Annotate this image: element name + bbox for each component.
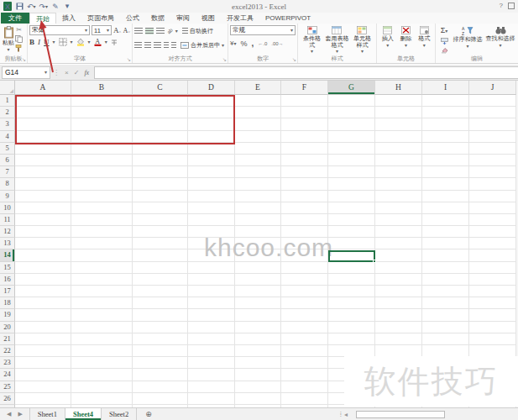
- row-header-15[interactable]: 15: [0, 262, 15, 274]
- insert-function-button[interactable]: fx: [81, 69, 92, 76]
- fill-color-dropdown[interactable]: ▾: [88, 39, 91, 45]
- select-all-corner[interactable]: ◢: [0, 81, 15, 95]
- phonetic-guide-icon[interactable]: [111, 39, 118, 46]
- row-header-18[interactable]: 18: [0, 297, 15, 309]
- cell[interactable]: [375, 118, 422, 130]
- cell[interactable]: [235, 143, 281, 155]
- cell[interactable]: [328, 238, 375, 249]
- cell[interactable]: [71, 286, 133, 297]
- cell[interactable]: [469, 345, 516, 357]
- cell[interactable]: [71, 381, 133, 393]
- cell[interactable]: [375, 309, 422, 321]
- cell[interactable]: [469, 155, 516, 166]
- number-format-combo[interactable]: 常规▾: [230, 25, 296, 35]
- cell[interactable]: [71, 393, 133, 405]
- cell[interactable]: [235, 345, 281, 357]
- cell[interactable]: [422, 95, 469, 107]
- cell[interactable]: [328, 118, 375, 130]
- cell[interactable]: [422, 333, 469, 345]
- orientation-icon[interactable]: ab: [166, 27, 174, 34]
- cell[interactable]: [71, 226, 133, 238]
- cell[interactable]: [469, 238, 516, 249]
- shrink-font-button[interactable]: A˅: [123, 27, 130, 34]
- cell[interactable]: [422, 297, 469, 309]
- font-color-icon[interactable]: A: [94, 38, 102, 46]
- formula-bar-splitter[interactable]: ⋮: [50, 69, 62, 76]
- cell[interactable]: [375, 178, 422, 190]
- cell[interactable]: [15, 345, 71, 357]
- cell[interactable]: [188, 297, 235, 309]
- cell[interactable]: [188, 333, 235, 345]
- cell[interactable]: [188, 322, 235, 333]
- cell[interactable]: [328, 274, 375, 286]
- cell[interactable]: [422, 214, 469, 226]
- cell[interactable]: [188, 191, 235, 202]
- tab-page-layout[interactable]: 页面布局: [81, 13, 120, 24]
- tab-file[interactable]: 文件: [1, 13, 29, 24]
- cell[interactable]: [188, 155, 235, 166]
- formula-input[interactable]: [94, 66, 518, 79]
- cell[interactable]: [71, 369, 133, 381]
- cell[interactable]: [71, 322, 133, 333]
- cell[interactable]: [235, 286, 281, 297]
- cell[interactable]: [15, 191, 71, 202]
- align-left-icon[interactable]: [134, 42, 142, 49]
- tab-developer[interactable]: 开发工具: [221, 13, 259, 24]
- cell[interactable]: [469, 226, 516, 238]
- cell[interactable]: [422, 155, 469, 166]
- cell[interactable]: [281, 95, 328, 107]
- row-header-12[interactable]: 12: [0, 226, 15, 238]
- cell[interactable]: [281, 214, 328, 226]
- cell[interactable]: [235, 393, 281, 405]
- cell[interactable]: [188, 357, 235, 369]
- cell[interactable]: [281, 369, 328, 381]
- cell[interactable]: [133, 155, 188, 166]
- cell[interactable]: [188, 369, 235, 381]
- cell[interactable]: [71, 202, 133, 214]
- copy-icon[interactable]: [15, 35, 23, 43]
- cell[interactable]: [422, 262, 469, 274]
- delete-cells-button[interactable]: 删除 ▾: [397, 25, 416, 55]
- cell[interactable]: [235, 369, 281, 381]
- cell[interactable]: [469, 274, 516, 286]
- cell[interactable]: [71, 309, 133, 321]
- cell[interactable]: [375, 107, 422, 118]
- ribbon-options-icon[interactable]: [508, 3, 515, 9]
- sheet-nav-right-icon[interactable]: ▶: [18, 411, 22, 417]
- cell[interactable]: [235, 95, 281, 107]
- cell[interactable]: [375, 274, 422, 286]
- row-header-7[interactable]: 7: [0, 166, 15, 178]
- cell[interactable]: [188, 166, 235, 178]
- cell[interactable]: [328, 143, 375, 155]
- cell[interactable]: [188, 345, 235, 357]
- align-middle-icon[interactable]: [145, 28, 154, 34]
- cell[interactable]: [422, 118, 469, 130]
- cell[interactable]: [15, 333, 71, 345]
- cell[interactable]: [133, 166, 188, 178]
- cell[interactable]: [469, 297, 516, 309]
- hscroll-left-icon[interactable]: ◂: [344, 411, 348, 418]
- cell[interactable]: [133, 191, 188, 202]
- clear-icon[interactable]: [441, 47, 448, 54]
- cell[interactable]: [422, 309, 469, 321]
- cell[interactable]: [15, 322, 71, 333]
- sort-filter-button[interactable]: AZ 排序和筛选 ▾: [451, 25, 484, 55]
- accounting-format-icon[interactable]: ¥▾: [230, 39, 236, 47]
- cell[interactable]: [188, 381, 235, 393]
- cell[interactable]: [328, 286, 375, 297]
- cell[interactable]: [281, 107, 328, 118]
- cell[interactable]: [469, 249, 516, 261]
- cell[interactable]: [133, 333, 188, 345]
- column-header-i[interactable]: I: [422, 81, 469, 95]
- cell[interactable]: [188, 286, 235, 297]
- cell[interactable]: [15, 155, 71, 166]
- cell[interactable]: [422, 143, 469, 155]
- tab-powerpivot[interactable]: POWERPIVOT: [259, 13, 317, 24]
- cell[interactable]: [133, 249, 188, 261]
- cell[interactable]: [235, 118, 281, 130]
- cell[interactable]: [133, 393, 188, 405]
- cell[interactable]: [188, 202, 235, 214]
- cell[interactable]: [281, 118, 328, 130]
- column-header-a[interactable]: A: [15, 81, 71, 95]
- grow-font-button[interactable]: A˄: [113, 26, 121, 34]
